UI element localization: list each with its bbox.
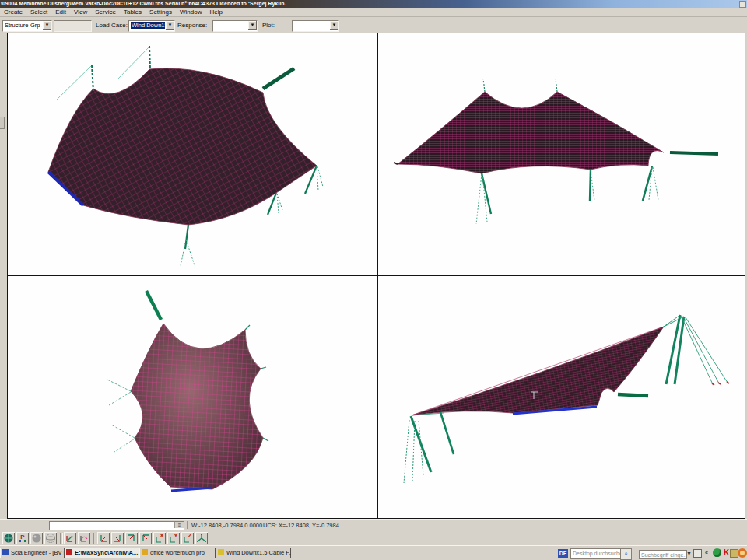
sphere-wire-icon[interactable] bbox=[44, 532, 57, 544]
view-iso-icon[interactable] bbox=[195, 532, 208, 544]
viewport-top-left[interactable] bbox=[8, 33, 377, 275]
axis-free-icon[interactable] bbox=[64, 532, 76, 544]
view-z-icon[interactable]: Z bbox=[181, 532, 194, 544]
view-toolbar: P X Y Z bbox=[0, 530, 747, 546]
command-input-button[interactable]: ≡ bbox=[174, 522, 184, 528]
minimize-button[interactable] bbox=[739, 1, 746, 8]
status-separator bbox=[187, 521, 188, 529]
response-label: Response: bbox=[177, 20, 207, 30]
plot-combo[interactable]: ▼ bbox=[292, 20, 339, 32]
view-corner-se-icon[interactable] bbox=[111, 532, 124, 544]
view-corner-ne-icon[interactable] bbox=[125, 532, 138, 544]
menu-item-help[interactable]: Help bbox=[205, 8, 226, 16]
plot-value bbox=[294, 21, 329, 30]
plot-icon[interactable]: P bbox=[16, 532, 29, 544]
app-icon bbox=[2, 549, 9, 555]
menu-item-window[interactable]: Window bbox=[176, 8, 205, 16]
app-icon bbox=[218, 549, 224, 555]
menu-bar: CreateSelectEditViewServiceTablesSetting… bbox=[0, 8, 747, 17]
plot-label: Plot: bbox=[262, 20, 275, 30]
taskbar-button-scia[interactable]: Scia Engineer - [BV Dilsb... bbox=[0, 548, 66, 558]
viewport-grid bbox=[7, 33, 745, 519]
membrane-rear-plan-view bbox=[8, 276, 377, 518]
menu-item-create[interactable]: Create bbox=[0, 8, 26, 16]
screen: { "window": { "title": "\\09004 Membrane… bbox=[0, 0, 747, 560]
menu-item-service[interactable]: Service bbox=[91, 8, 120, 16]
desktop-search-input[interactable]: Desktop durchsuchen bbox=[570, 548, 622, 559]
viewport-bottom-right[interactable] bbox=[378, 276, 745, 518]
ucs-coordinates: UCS: X=-12.8408, Y=-0.7984 bbox=[263, 522, 339, 529]
menu-item-tables[interactable]: Tables bbox=[120, 8, 146, 16]
app-icon bbox=[142, 549, 148, 555]
view-x-icon[interactable]: X bbox=[153, 532, 166, 544]
collapsed-panel-tab[interactable] bbox=[0, 117, 5, 129]
menu-item-select[interactable]: Select bbox=[26, 8, 51, 16]
viewport-bottom-left[interactable] bbox=[8, 276, 377, 518]
world-coordinates: W:-12.8408,-0.7984,0.0000 bbox=[191, 522, 262, 529]
app-icon bbox=[66, 549, 72, 555]
status-bar: ≡ W:-12.8408,-0.7984,0.0000 UCS: X=-12.8… bbox=[0, 519, 747, 530]
chevron-down-icon[interactable]: ▼ bbox=[165, 21, 174, 30]
tray-globe-icon[interactable] bbox=[713, 548, 721, 557]
load-case-combo[interactable]: Wind Down15 ▼ bbox=[128, 20, 175, 32]
main-toolbar: Structure-Grp 1 ▼ Load Case: Wind Down15… bbox=[0, 17, 747, 33]
load-case-value: Wind Down15 bbox=[131, 22, 165, 29]
chevron-down-icon[interactable]: ▼ bbox=[686, 551, 692, 556]
load-case-label: Load Case: bbox=[96, 20, 128, 30]
taskbar-button-woerterbuch[interactable]: office wörterbuch pro bbox=[139, 548, 216, 558]
taskbar-button-winddown[interactable]: Wind Downx1.5 Cable F... bbox=[216, 548, 291, 558]
chevron-down-icon[interactable]: ▼ bbox=[247, 21, 257, 30]
tray-overflow-chevron[interactable]: « bbox=[705, 550, 708, 555]
structure-group-value: Structure-Grp 1 bbox=[5, 21, 42, 30]
toolbar-separator bbox=[60, 533, 63, 544]
toolbar-separator bbox=[93, 533, 96, 544]
viewport-top-right[interactable] bbox=[378, 33, 745, 275]
menu-item-edit[interactable]: Edit bbox=[51, 8, 70, 16]
menu-item-view[interactable]: View bbox=[70, 8, 91, 16]
taskbar-button-maxsync[interactable]: E:\MaxSync\Archiv\A... bbox=[64, 548, 142, 558]
sphere-solid-icon[interactable] bbox=[30, 532, 43, 544]
left-dock-strip bbox=[0, 33, 7, 519]
chevron-down-icon[interactable]: ▼ bbox=[42, 21, 51, 30]
membrane-front-elevation bbox=[378, 33, 745, 275]
chevron-down-icon[interactable]: ▼ bbox=[329, 21, 338, 30]
view-corner-nw-icon[interactable] bbox=[139, 532, 152, 544]
view-corner-sw-icon[interactable] bbox=[97, 532, 110, 544]
menu-item-settings[interactable]: Settings bbox=[146, 8, 176, 16]
membrane-plan-view bbox=[8, 33, 377, 275]
response-combo[interactable]: ▼ bbox=[212, 20, 258, 32]
tray-orb-icon[interactable] bbox=[738, 548, 747, 558]
restore-box-button[interactable] bbox=[693, 549, 702, 558]
structure-group-combo[interactable]: Structure-Grp 1 ▼ bbox=[2, 20, 52, 32]
structure-aux-box[interactable] bbox=[54, 20, 92, 32]
axis-curve-icon[interactable] bbox=[78, 532, 90, 544]
view-y-icon[interactable]: Y bbox=[167, 532, 180, 544]
response-value bbox=[215, 21, 247, 30]
language-indicator[interactable]: DE bbox=[558, 549, 568, 558]
taskbar: Scia Engineer - [BV Dilsb... E:\MaxSync\… bbox=[0, 545, 747, 560]
window-title: \09004 Membrane Dilsberg\Mem.Var3b-Doc2D… bbox=[0, 1, 286, 6]
keyword-search-input[interactable]: Suchbegriff einge... bbox=[639, 550, 687, 559]
title-bar[interactable]: \09004 Membrane Dilsberg\Mem.Var3b-Doc2D… bbox=[0, 0, 747, 8]
world-icon[interactable] bbox=[2, 532, 15, 544]
membrane-side-elevation bbox=[378, 276, 745, 518]
search-icon[interactable]: ⌕ bbox=[620, 548, 632, 560]
